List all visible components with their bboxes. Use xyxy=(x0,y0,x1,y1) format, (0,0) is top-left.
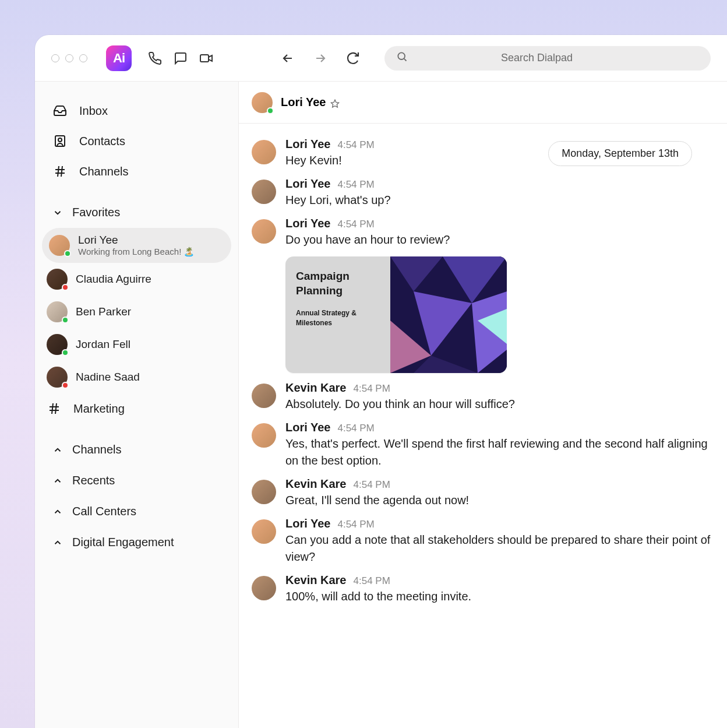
message-body: Kevin Kare4:54 PM Great, I'll send the a… xyxy=(285,477,714,509)
favorite-marketing-channel[interactable]: Marketing xyxy=(35,393,238,424)
avatar xyxy=(252,576,276,600)
message-text: Hey Lori, what's up? xyxy=(285,192,714,209)
message-body: Lori Yee4:54 PM Hey Lori, what's up? xyxy=(285,177,714,209)
message: Kevin Kare4:54 PM Great, I'll send the a… xyxy=(252,477,714,509)
favorite-nadine-saad[interactable]: Nadine Saad xyxy=(35,361,238,393)
favorite-name: Nadine Saad xyxy=(76,371,140,384)
message-text: Great, I'll send the agenda out now! xyxy=(285,492,714,509)
presence-indicator xyxy=(64,250,71,257)
conversation-title-text: Lori Yee xyxy=(281,96,326,109)
message-body: Lori Yee4:54 PM Can you add a note that … xyxy=(285,517,714,565)
presence-indicator xyxy=(62,284,69,291)
attachment-left: Campaign Planning Annual Strategy & Mile… xyxy=(285,256,390,373)
avatar xyxy=(49,235,70,256)
conversation-body[interactable]: Monday, September 13th Lori Yee4:54 PM H… xyxy=(239,124,727,728)
section-label: Favorites xyxy=(72,206,120,219)
message-author: Kevin Kare xyxy=(285,574,347,587)
star-icon[interactable] xyxy=(330,98,340,107)
date-pill: Monday, September 13th xyxy=(548,141,692,166)
message-text: Can you add a note that all stakeholders… xyxy=(285,532,714,565)
section-digital-engagement[interactable]: Digital Engagement xyxy=(35,527,238,558)
message-body: Kevin Kare4:54 PM Absolutely. Do you thi… xyxy=(285,381,714,413)
message-time: 4:54 PM xyxy=(337,139,374,151)
window-controls xyxy=(51,54,87,62)
presence-indicator xyxy=(62,382,69,389)
section-favorites[interactable]: Favorites xyxy=(35,197,238,228)
phone-icon[interactable] xyxy=(147,50,163,66)
attachment-subtitle: Annual Strategy & Milestones xyxy=(296,308,380,328)
sidebar-item-inbox[interactable]: Inbox xyxy=(35,96,238,126)
search-placeholder: Search Dialpad xyxy=(501,52,573,64)
reload-icon[interactable] xyxy=(345,50,361,66)
avatar xyxy=(47,269,68,290)
presence-indicator xyxy=(267,107,274,114)
message-time: 4:54 PM xyxy=(354,575,390,587)
avatar xyxy=(47,367,68,388)
message-author: Kevin Kare xyxy=(285,477,347,491)
message-text: Absolutely. Do you think an hour will su… xyxy=(285,396,714,413)
maximize-dot[interactable] xyxy=(79,54,87,62)
inbox-icon xyxy=(52,103,68,118)
chevron-up-icon xyxy=(52,445,63,455)
contacts-icon xyxy=(52,133,68,149)
avatar xyxy=(252,92,273,113)
message-time: 4:54 PM xyxy=(354,383,390,395)
message-time: 4:54 PM xyxy=(337,423,374,434)
titlebar: Ai Search Dialpad xyxy=(35,35,727,82)
section-label: Recents xyxy=(72,474,115,487)
close-dot[interactable] xyxy=(51,54,59,62)
search-icon xyxy=(396,51,408,65)
message-time: 4:54 PM xyxy=(337,179,374,191)
avatar xyxy=(47,301,68,322)
message: Lori Yee4:54 PM Can you add a note that … xyxy=(252,517,714,565)
section-label: Digital Engagement xyxy=(72,536,174,549)
message-text: Yes, that's perfect. We'll spend the fir… xyxy=(285,435,714,469)
section-recents[interactable]: Recents xyxy=(35,465,238,496)
video-icon[interactable] xyxy=(198,50,214,66)
favorite-name: Ben Parker xyxy=(76,305,131,318)
favorite-name: Lori Yee xyxy=(78,234,195,247)
sidebar-label: Inbox xyxy=(79,104,108,118)
message: Lori Yee4:54 PM Yes, that's perfect. We'… xyxy=(252,421,714,469)
svg-point-3 xyxy=(58,138,62,142)
message-author: Lori Yee xyxy=(285,421,330,434)
avatar xyxy=(252,180,276,204)
section-channels[interactable]: Channels xyxy=(35,434,238,465)
message: Kevin Kare4:54 PM 100%, will add to the … xyxy=(252,574,714,605)
hash-icon xyxy=(47,401,62,416)
svg-marker-12 xyxy=(331,100,339,107)
favorite-claudia-aguirre[interactable]: Claudia Aguirre xyxy=(35,263,238,296)
svg-point-1 xyxy=(398,52,405,59)
back-icon[interactable] xyxy=(280,50,296,66)
message: Lori Yee4:54 PM Hey Lori, what's up? xyxy=(252,177,714,209)
avatar xyxy=(252,519,276,544)
sidebar-item-contacts[interactable]: Contacts xyxy=(35,126,238,156)
minimize-dot[interactable] xyxy=(65,54,73,62)
attachment-card[interactable]: Campaign Planning Annual Strategy & Mile… xyxy=(285,256,507,373)
search-bar[interactable]: Search Dialpad xyxy=(384,46,711,71)
svg-line-11 xyxy=(55,403,57,414)
avatar xyxy=(252,140,276,164)
app-window: Ai Search Dialpad xyxy=(35,35,727,728)
sidebar: Inbox Contacts Channels Favorites xyxy=(35,82,239,728)
message-body: Lori Yee4:54 PM Do you have an hour to r… xyxy=(285,217,714,373)
conversation-title: Lori Yee xyxy=(281,96,340,109)
section-call-centers[interactable]: Call Centers xyxy=(35,496,238,527)
attachment-title: Campaign Planning xyxy=(296,269,380,298)
message-time: 4:54 PM xyxy=(337,219,374,230)
message-author: Lori Yee xyxy=(285,217,330,230)
favorite-text: Lori Yee Working from Long Beach! 🏝️ xyxy=(78,234,195,257)
favorite-jordan-fell[interactable]: Jordan Fell xyxy=(35,328,238,361)
chevron-up-icon xyxy=(52,507,63,517)
favorite-ben-parker[interactable]: Ben Parker xyxy=(35,296,238,328)
favorite-lori-yee[interactable]: Lori Yee Working from Long Beach! 🏝️ xyxy=(42,228,231,263)
conversation-header: Lori Yee xyxy=(239,82,727,124)
section-label: Channels xyxy=(72,443,122,456)
message-author: Kevin Kare xyxy=(285,381,347,395)
message-author: Lori Yee xyxy=(285,517,330,530)
message-icon[interactable] xyxy=(172,50,189,66)
sidebar-item-channels[interactable]: Channels xyxy=(35,156,238,187)
avatar xyxy=(252,219,276,244)
forward-icon[interactable] xyxy=(312,50,329,66)
sidebar-label: Contacts xyxy=(79,135,125,148)
